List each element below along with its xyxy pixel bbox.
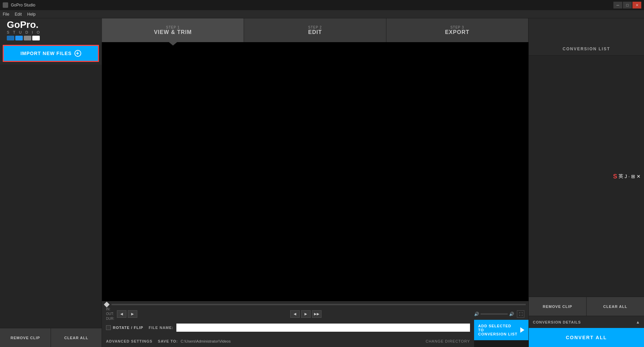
logo-sq-white <box>32 36 40 40</box>
menubar: File Edit Help <box>0 10 644 18</box>
out-time: OUT: <box>106 312 114 316</box>
menu-file[interactable]: File <box>3 12 9 17</box>
watermark-area: S 英 J · ⊞ ✕ <box>613 173 641 180</box>
fast-forward-button[interactable]: ▶▶ <box>312 310 321 318</box>
import-label: IMPORT NEW FILES <box>20 51 72 56</box>
add-to-list-label: ADD SELECTED TO CONVERSION LIST <box>478 324 518 336</box>
conversion-list-title: CONVERSION LIST <box>562 47 610 51</box>
right-btn-row1: REMOVE CLIP CLEAR ALL <box>529 297 644 316</box>
ctrl-buttons: ◀ ▶ <box>117 310 137 318</box>
conversion-details-label: CONVERSION DETAILS <box>533 320 636 324</box>
step1-name: VIEW & TRIM <box>154 29 192 35</box>
clear-all-button-right[interactable]: CLEAR ALL <box>587 297 644 316</box>
logo-squares <box>7 36 41 40</box>
volume-max-icon: 🔊 <box>509 312 514 316</box>
maximize-button[interactable]: □ <box>623 2 632 8</box>
watermark-x-icon: ✕ <box>637 174 641 179</box>
prev-frame-button[interactable]: ◀ <box>117 310 126 318</box>
timeline-track[interactable] <box>111 304 526 305</box>
rotate-flip-checkbox[interactable] <box>106 325 111 330</box>
add-arrow-icon <box>520 327 524 333</box>
time-info: IN: OUT: DUR: <box>106 307 114 321</box>
volume-icon: 🔊 <box>474 312 479 316</box>
remove-clip-button-left[interactable]: REMOVE CLIP <box>0 328 51 347</box>
filename-area: FILE NAME: <box>149 324 470 332</box>
convert-all-button[interactable]: CONVERT ALL <box>529 328 644 347</box>
logo-sub: S T U D I O <box>7 30 41 34</box>
in-time: IN: <box>106 307 114 312</box>
watermark-s-icon: S <box>613 173 617 180</box>
close-button[interactable]: ✕ <box>632 2 641 8</box>
play-button[interactable]: ▶ <box>301 310 311 318</box>
saveto-path: C:\Users\Administrator\Videos <box>181 339 231 343</box>
next-frame-button[interactable]: ▶ <box>128 310 137 318</box>
bottom-row1: ROTATE / FLIP FILE NAME: <box>102 320 474 335</box>
sidebar: IMPORT NEW FILES + REMOVE CLIP CLEAR ALL <box>0 42 102 347</box>
logo-text: GoPro. <box>7 20 41 30</box>
controls-area: IN: OUT: DUR: ◀ ▶ <box>102 308 528 320</box>
logo-sq-blue1 <box>7 36 14 40</box>
remove-clip-button-right[interactable]: REMOVE CLIP <box>529 297 587 316</box>
step3-tab[interactable]: STEP 3 EXPORT <box>386 18 528 42</box>
app-icon <box>3 2 8 8</box>
filename-label: FILE NAME: <box>149 326 174 330</box>
clear-all-button-left[interactable]: CLEAR ALL <box>51 328 102 347</box>
logo: GoPro. S T U D I O <box>7 20 41 40</box>
conversion-details-bar: CONVERSION DETAILS ▲ <box>529 316 644 328</box>
step1-label: STEP 1 <box>166 25 180 29</box>
menu-help[interactable]: Help <box>27 12 36 17</box>
step1-tab[interactable]: STEP 1 VIEW & TRIM <box>102 18 244 42</box>
import-plus-icon: + <box>74 50 81 57</box>
add-to-list-button[interactable]: ADD SELECTED TO CONVERSION LIST <box>474 320 528 340</box>
step2-label: STEP 2 <box>308 25 322 29</box>
steps-area: STEP 1 VIEW & TRIM STEP 2 EDIT STEP 3 EX… <box>102 18 528 42</box>
step3-label: STEP 3 <box>450 25 464 29</box>
conversion-list-area: S 英 J · ⊞ ✕ <box>529 56 644 297</box>
right-panel: CONVERSION LIST S 英 J · ⊞ ✕ REMOVE CLIP … <box>528 42 644 347</box>
volume-bar[interactable] <box>481 313 508 315</box>
file-list <box>0 65 102 328</box>
bottom-section: ROTATE / FLIP FILE NAME: ADVANCED SETTIN… <box>102 320 528 347</box>
step2-tab[interactable]: STEP 2 EDIT <box>244 18 386 42</box>
sidebar-bottom: REMOVE CLIP CLEAR ALL <box>0 328 102 347</box>
timeline-bar <box>102 301 528 308</box>
chevron-up-icon: ▲ <box>636 320 640 325</box>
watermark-grid-icon: ⊞ <box>631 174 635 179</box>
titlebar-controls: ─ □ ✕ <box>613 2 641 8</box>
import-button[interactable]: IMPORT NEW FILES + <box>3 45 99 62</box>
header: GoPro. S T U D I O STEP 1 VIEW & TRIM ST… <box>0 18 644 42</box>
video-player <box>102 42 528 301</box>
rotate-flip-control: ROTATE / FLIP <box>106 325 143 330</box>
watermark-j-icon: J <box>625 174 627 179</box>
conversion-list-header: CONVERSION LIST <box>529 42 644 56</box>
logo-sq-blue2 <box>15 36 23 40</box>
right-panel-header <box>528 18 644 42</box>
body-area: IMPORT NEW FILES + REMOVE CLIP CLEAR ALL <box>0 42 644 347</box>
rotate-flip-label: ROTATE / FLIP <box>113 326 143 330</box>
advanced-settings-button[interactable]: ADVANCED SETTINGS <box>106 339 153 343</box>
saveto-area: SAVE TO: C:\Users\Administrator\Videos <box>158 339 231 343</box>
video-area: IN: OUT: DUR: ◀ ▶ <box>102 42 528 347</box>
watermark-dot-icon: · <box>628 174 630 179</box>
logo-sq-gray <box>24 36 31 40</box>
change-directory-button[interactable]: CHANGE DIRECTORY <box>425 339 470 343</box>
bottom-row2: ADVANCED SETTINGS SAVE TO: C:\Users\Admi… <box>102 335 474 347</box>
step3-name: EXPORT <box>445 29 469 35</box>
right-panel-bottom: REMOVE CLIP CLEAR ALL CONVERSION DETAILS… <box>529 297 644 347</box>
playback-buttons: ◀ ▶ ▶▶ <box>290 310 321 318</box>
saveto-label: SAVE TO: <box>158 339 178 343</box>
fullscreen-button[interactable]: ⛶ <box>517 310 524 318</box>
main-container: GoPro. S T U D I O STEP 1 VIEW & TRIM ST… <box>0 18 644 347</box>
rewind-button[interactable]: ◀ <box>290 310 300 318</box>
titlebar-title: GoPro Studio <box>11 3 611 7</box>
watermark-en-icon: 英 <box>619 173 623 179</box>
logo-area: GoPro. S T U D I O <box>0 18 102 42</box>
volume-area: 🔊 🔊 <box>474 312 514 316</box>
titlebar: GoPro Studio ─ □ ✕ <box>0 0 644 10</box>
menu-edit[interactable]: Edit <box>15 12 22 17</box>
step2-name: EDIT <box>308 29 322 35</box>
filename-input[interactable] <box>176 324 470 332</box>
minimize-button[interactable]: ─ <box>613 2 622 8</box>
